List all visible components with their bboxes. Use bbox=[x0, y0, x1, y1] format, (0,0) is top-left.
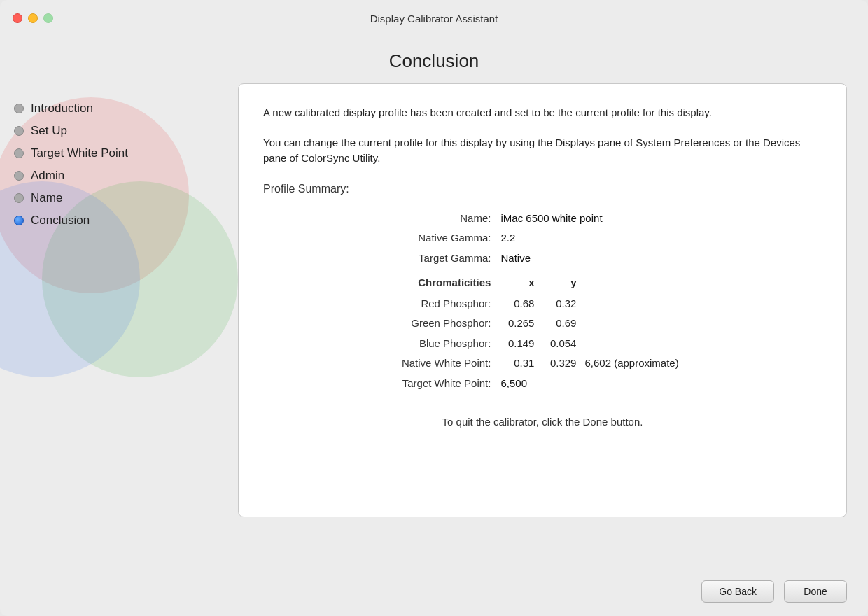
native-white-point-y: 0.329 bbox=[538, 354, 580, 374]
native-gamma-label: Native Gamma: bbox=[263, 228, 496, 248]
blue-phosphor-row: Blue Phosphor: 0.149 0.054 bbox=[263, 334, 822, 354]
red-phosphor-row: Red Phosphor: 0.68 0.32 bbox=[263, 294, 822, 314]
red-phosphor-label: Red Phosphor: bbox=[263, 294, 496, 314]
target-gamma-value: Native bbox=[496, 248, 822, 269]
nav-dot-conclusion bbox=[14, 216, 24, 225]
target-white-point-row: Target White Point: 6,500 bbox=[263, 374, 822, 394]
profile-summary-title: Profile Summary: bbox=[263, 181, 822, 197]
maximize-button[interactable] bbox=[43, 13, 53, 23]
chromaticities-label: Chromaticities bbox=[263, 268, 496, 294]
sidebar-item-introduction[interactable]: Introduction bbox=[14, 97, 224, 120]
green-phosphor-extra bbox=[580, 314, 822, 334]
green-phosphor-x: 0.265 bbox=[496, 314, 538, 334]
profile-name-value: iMac 6500 white point bbox=[496, 209, 822, 229]
nav-dot-target-white-point bbox=[14, 148, 24, 158]
native-gamma-row: Native Gamma: 2.2 bbox=[263, 228, 822, 248]
minimize-button[interactable] bbox=[28, 13, 38, 23]
blue-phosphor-label: Blue Phosphor: bbox=[263, 334, 496, 354]
sidebar-item-setup-label: Set Up bbox=[31, 124, 67, 138]
red-phosphor-x: 0.68 bbox=[496, 294, 538, 314]
sidebar-item-introduction-label: Introduction bbox=[31, 102, 93, 115]
native-white-point-x: 0.31 bbox=[496, 354, 538, 374]
red-phosphor-extra bbox=[580, 294, 822, 314]
green-phosphor-y: 0.69 bbox=[538, 314, 580, 334]
green-phosphor-label: Green Phosphor: bbox=[263, 314, 496, 334]
red-phosphor-y: 0.32 bbox=[538, 294, 580, 314]
titlebar: Display Calibrator Assistant bbox=[0, 0, 868, 36]
blue-phosphor-y: 0.054 bbox=[538, 334, 580, 354]
page-title: Conclusion bbox=[0, 36, 868, 83]
content-row: Introduction Set Up Target White Point A… bbox=[0, 83, 868, 567]
profile-name-label: Name: bbox=[263, 209, 496, 229]
window-title: Display Calibrator Assistant bbox=[370, 13, 498, 24]
sidebar-item-name-label: Name bbox=[31, 191, 62, 205]
sidebar: Introduction Set Up Target White Point A… bbox=[0, 83, 238, 567]
nav-dot-admin bbox=[14, 171, 24, 181]
nav-dot-introduction bbox=[14, 104, 24, 113]
sidebar-item-admin[interactable]: Admin bbox=[14, 164, 224, 187]
col-y-header: y bbox=[538, 268, 580, 294]
sidebar-item-conclusion-label: Conclusion bbox=[31, 214, 90, 227]
nav-dot-name bbox=[14, 193, 24, 203]
profile-name-row: Name: iMac 6500 white point bbox=[263, 209, 822, 229]
window: Display Calibrator Assistant Conclusion bbox=[0, 0, 868, 616]
panel-text2-content: You can change the current profile for t… bbox=[263, 135, 822, 167]
main-panel: A new calibrated display profile has bee… bbox=[238, 83, 868, 567]
green-phosphor-row: Green Phosphor: 0.265 0.69 bbox=[263, 314, 822, 334]
chromaticities-header-row: Chromaticities x y bbox=[263, 268, 822, 294]
blue-phosphor-x: 0.149 bbox=[496, 334, 538, 354]
sidebar-item-conclusion[interactable]: Conclusion bbox=[14, 209, 224, 232]
sidebar-item-target-white-point[interactable]: Target White Point bbox=[14, 142, 224, 164]
close-button[interactable] bbox=[13, 13, 22, 23]
sidebar-item-admin-label: Admin bbox=[31, 169, 64, 183]
panel-box: A new calibrated display profile has bee… bbox=[238, 83, 847, 517]
go-back-button[interactable]: Go Back bbox=[701, 580, 774, 603]
sidebar-item-setup[interactable]: Set Up bbox=[14, 120, 224, 142]
profile-table: Name: iMac 6500 white point Native Gamma… bbox=[263, 209, 822, 394]
panel-text1: A new calibrated display profile has bee… bbox=[263, 105, 822, 121]
native-white-point-row: Native White Point: 0.31 0.329 6,602 (ap… bbox=[263, 354, 822, 374]
panel-text1-content: A new calibrated display profile has bee… bbox=[263, 105, 822, 121]
target-white-point-label: Target White Point: bbox=[263, 374, 496, 394]
done-button[interactable]: Done bbox=[784, 580, 847, 603]
traffic-lights bbox=[13, 13, 53, 23]
native-white-point-label: Native White Point: bbox=[263, 354, 496, 374]
target-white-point-value: 6,500 bbox=[496, 374, 822, 394]
native-gamma-value: 2.2 bbox=[496, 228, 822, 248]
sidebar-item-name[interactable]: Name bbox=[14, 187, 224, 209]
quit-text: To quit the calibrator, click the Done b… bbox=[263, 414, 822, 430]
native-white-point-extra: 6,602 (approximate) bbox=[580, 354, 822, 374]
nav-dot-setup bbox=[14, 126, 24, 136]
col-extra-header bbox=[580, 268, 822, 294]
main-content: Conclusion Introduction bbox=[0, 36, 868, 567]
col-x-header: x bbox=[496, 268, 538, 294]
sidebar-nav: Introduction Set Up Target White Point A… bbox=[0, 90, 238, 239]
footer: Go Back Done bbox=[0, 567, 868, 616]
target-gamma-label: Target Gamma: bbox=[263, 248, 496, 269]
panel-text2: You can change the current profile for t… bbox=[263, 135, 822, 167]
sidebar-item-target-white-point-label: Target White Point bbox=[31, 146, 128, 160]
target-gamma-row: Target Gamma: Native bbox=[263, 248, 822, 269]
blue-phosphor-extra bbox=[580, 334, 822, 354]
